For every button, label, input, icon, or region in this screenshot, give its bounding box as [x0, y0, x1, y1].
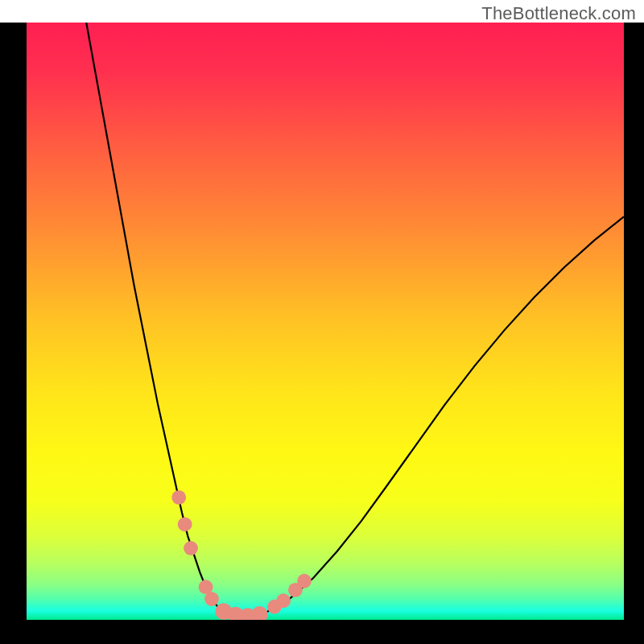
bottleneck-curve: [86, 23, 624, 617]
curve-marker: [297, 574, 312, 588]
chart-stage: TheBottleneck.com: [0, 0, 644, 644]
curve-marker: [178, 517, 192, 531]
watermark-label: TheBottleneck.com: [481, 3, 636, 24]
curve-marker: [184, 541, 198, 555]
curve-marker: [204, 592, 219, 606]
curve-markers: [171, 490, 312, 620]
curve-layer: [27, 23, 624, 620]
plot-area: [27, 23, 624, 620]
curve-marker: [171, 490, 186, 505]
curve-marker: [276, 593, 291, 608]
curve-marker: [251, 606, 268, 620]
